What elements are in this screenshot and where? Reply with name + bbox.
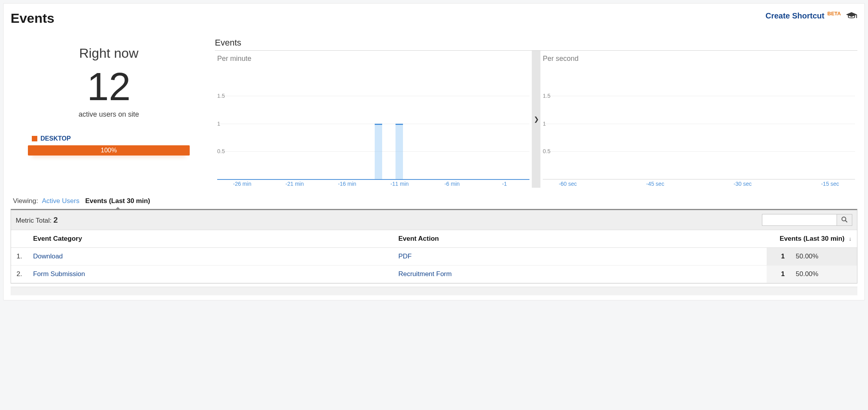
svg-line-3 — [846, 220, 848, 222]
tab-active-users[interactable]: Active Users — [42, 197, 79, 205]
graduation-cap-icon[interactable] — [846, 11, 857, 19]
x-tick-label: -1 — [502, 181, 507, 187]
table-row: 2.Form SubmissionRecruitment Form150.00% — [11, 265, 857, 283]
charts-block: Events Per minute 0.511.5 … -26 min-21 m… — [215, 38, 857, 188]
legend-swatch-icon — [32, 136, 37, 141]
x-tick-label: -60 sec — [559, 181, 577, 187]
chart-per-second-label: Per second — [540, 51, 857, 63]
beta-badge: BETA — [828, 11, 841, 16]
header-actions: Create Shortcut BETA — [765, 11, 857, 20]
x-tick-label: -21 min — [286, 181, 304, 187]
col-event-category[interactable]: Event Category — [27, 230, 393, 248]
svg-marker-0 — [846, 12, 857, 17]
device-share-bar: 100% — [28, 145, 190, 156]
chart-per-second-body: 0.511.5 — [543, 68, 855, 179]
y-tick-label: 1 — [543, 121, 546, 127]
x-tick-label: -6 min — [444, 181, 460, 187]
y-tick-label: 0.5 — [543, 148, 550, 154]
col-events-count-label: Events (Last 30 min) — [780, 235, 844, 242]
legend-label: DESKTOP — [40, 135, 71, 142]
cell-events-count: 1 — [767, 248, 790, 265]
active-users-subtitle: active users on site — [11, 110, 207, 119]
events-table: Event Category Event Action Events (Last… — [11, 230, 857, 283]
create-shortcut-link[interactable]: Create Shortcut BETA — [765, 11, 841, 20]
events-table-wrap: Metric Total: 2 Event Category Event Act… — [11, 209, 857, 284]
col-event-action[interactable]: Event Action — [393, 230, 767, 248]
y-tick-label: 1.5 — [217, 93, 225, 99]
chart-per-second: Per second 0.511.5 -60 sec-45 sec-30 sec… — [540, 51, 857, 188]
row-index: 2. — [11, 265, 27, 283]
viewing-label: Viewing: — [13, 197, 38, 205]
search-input[interactable] — [762, 214, 837, 226]
chart-per-minute-label: Per minute — [215, 51, 532, 63]
active-users-count: 12 — [11, 65, 207, 108]
table-toolbar: Metric Total: 2 — [11, 210, 857, 230]
charts-section-title: Events — [215, 38, 857, 48]
x-tick-label: -45 sec — [646, 181, 664, 187]
chart-per-second-xaxis: -60 sec-45 sec-30 sec-15 sec — [543, 179, 855, 188]
create-shortcut-label: Create Shortcut — [765, 11, 824, 20]
chart-per-minute-body: 0.511.5 — [217, 68, 529, 179]
y-tick-label: 1.5 — [543, 93, 550, 99]
chart-per-minute: Per minute 0.511.5 … -26 min-21 min-16 m… — [215, 51, 532, 188]
viewing-tabs: Viewing: Active Users Events (Last 30 mi… — [11, 193, 857, 209]
chart-divider-expand[interactable]: ❯ — [532, 51, 540, 188]
arrow-down-icon: ↓ — [849, 236, 852, 242]
y-tick-label: 0.5 — [217, 148, 225, 154]
col-events-count[interactable]: Events (Last 30 min) ↓ — [767, 230, 857, 248]
cell-events-pct: 50.00% — [790, 248, 857, 265]
cell-event-action[interactable]: PDF — [393, 248, 767, 265]
cell-events-count: 1 — [767, 265, 790, 283]
table-row: 1.DownloadPDF150.00% — [11, 248, 857, 265]
chart-bar — [375, 124, 382, 179]
x-tick-label: -26 min — [233, 181, 251, 187]
svg-point-2 — [842, 217, 846, 221]
top-grid: Right now 12 active users on site DESKTO… — [11, 38, 857, 188]
cell-events-pct: 50.00% — [790, 265, 857, 283]
y-tick-label: 1 — [217, 121, 220, 127]
x-tick-label: -16 min — [338, 181, 356, 187]
footer-strip — [11, 287, 857, 295]
x-tick-label: -11 min — [390, 181, 409, 187]
metric-total-label: Metric Total: — [16, 217, 51, 224]
device-legend: DESKTOP — [11, 135, 207, 142]
search-icon — [841, 216, 848, 224]
panel-header: Events Create Shortcut BETA — [11, 11, 857, 26]
row-index: 1. — [11, 248, 27, 265]
cell-event-category[interactable]: Form Submission — [27, 265, 393, 283]
col-index — [11, 230, 27, 248]
chevron-right-icon: ❯ — [534, 115, 539, 123]
table-search — [762, 214, 852, 226]
metric-total-value: 2 — [53, 216, 58, 224]
cell-event-action[interactable]: Recruitment Form — [393, 265, 767, 283]
cell-event-category[interactable]: Download — [27, 248, 393, 265]
chart-per-minute-xaxis: -26 min-21 min-16 min-11 min-6 min-1 — [217, 179, 529, 188]
right-now-block: Right now 12 active users on site DESKTO… — [11, 38, 207, 188]
metric-total: Metric Total: 2 — [16, 216, 58, 225]
charts-row: Per minute 0.511.5 … -26 min-21 min-16 m… — [215, 50, 857, 188]
events-panel: Events Create Shortcut BETA Right now 12… — [3, 3, 865, 300]
right-now-title: Right now — [11, 46, 207, 61]
chart-bar — [396, 124, 403, 179]
device-share-value: 100% — [101, 147, 117, 154]
x-tick-label: -15 sec — [821, 181, 839, 187]
x-tick-label: -30 sec — [734, 181, 752, 187]
search-button[interactable] — [837, 214, 852, 226]
table-header-row: Event Category Event Action Events (Last… — [11, 230, 857, 248]
tab-events[interactable]: Events (Last 30 min) — [85, 197, 150, 205]
page-title: Events — [11, 11, 55, 26]
